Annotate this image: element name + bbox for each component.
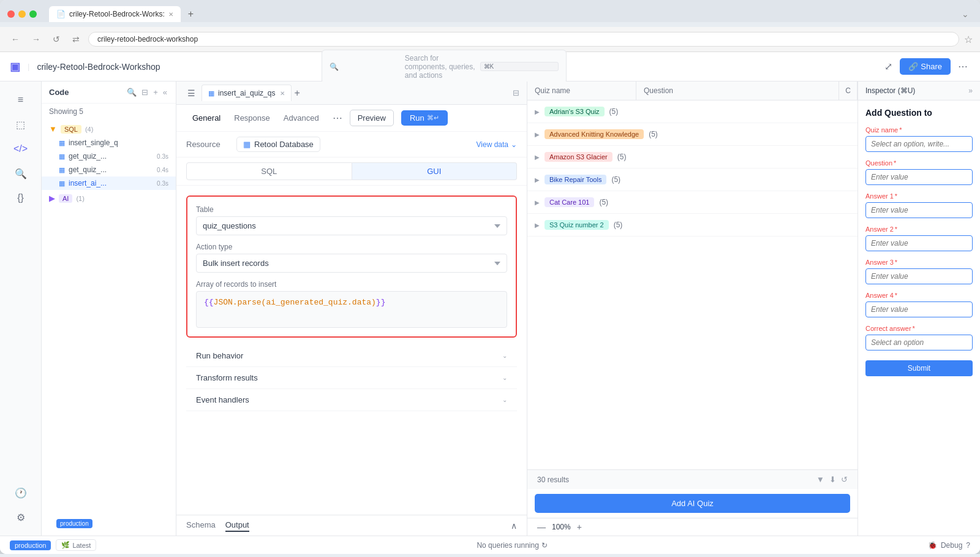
tab-close-btn[interactable]: ✕: [168, 11, 173, 18]
tab-general[interactable]: General: [186, 111, 227, 125]
sql-badge: SQL: [61, 125, 81, 134]
add-ai-quiz-btn[interactable]: Add AI Quiz: [535, 494, 850, 513]
row-tag-0: Adrian's S3 Quiz: [545, 107, 605, 116]
schema-tab[interactable]: Schema: [186, 519, 216, 532]
tab-advanced[interactable]: Advanced: [277, 111, 325, 125]
sidebar-item-data[interactable]: {}: [10, 187, 32, 209]
table-label: Table: [196, 205, 507, 214]
bookmark-btn[interactable]: ☆: [964, 34, 973, 45]
tab-add-btn[interactable]: +: [294, 88, 300, 99]
tree-group-sql-header[interactable]: ▼ SQL (4): [42, 122, 176, 136]
tab-collapse-btn[interactable]: ⊟: [513, 88, 519, 97]
help-icon[interactable]: ?: [966, 541, 970, 550]
tree-item-get-quiz-1[interactable]: ▦ get_quiz_... 0.3s: [42, 150, 176, 163]
grid-row-4[interactable]: ▶ Cat Care 101 (5): [527, 191, 858, 214]
grid-row-3[interactable]: ▶ Bike Repair Tools (5): [527, 169, 858, 191]
status-latest-badge[interactable]: 🌿 Latest: [56, 539, 96, 551]
status-center: No queries running ↻: [101, 541, 923, 550]
inspector-input-quiz-name[interactable]: [865, 136, 973, 152]
inspector-input-answer4[interactable]: [865, 301, 973, 317]
app-logo: ▣: [10, 60, 20, 74]
inspector-input-answer2[interactable]: [865, 235, 973, 251]
nav-refresh-btn[interactable]: ↺: [49, 33, 64, 45]
header-search[interactable]: 🔍 Search for components, queries, and ac…: [322, 50, 567, 84]
sidebar-item-history[interactable]: 🕐: [10, 482, 32, 504]
inspector-field-answer4: Answer 4 *: [865, 292, 973, 317]
status-prod-badge[interactable]: production: [10, 540, 51, 550]
preview-btn[interactable]: Preview: [350, 110, 394, 126]
zoom-bar: — 100% +: [527, 518, 858, 536]
collapse-arrow-0: ⌄: [502, 352, 507, 359]
tree-item-insert-single-q[interactable]: ▦ insert_single_q: [42, 136, 176, 150]
inspector-submit-btn[interactable]: Submit: [865, 360, 973, 376]
header-more-btn[interactable]: ⋯: [956, 58, 970, 75]
table-select[interactable]: quiz_questions: [196, 216, 507, 235]
array-code[interactable]: {{JSON.parse(ai_generated_quiz.data)}}: [196, 291, 507, 328]
nav-forward-btn[interactable]: →: [28, 33, 44, 45]
grid-row-5[interactable]: ▶ S3 Quiz number 2 (5): [527, 214, 858, 237]
file-collapse-btn[interactable]: «: [162, 86, 168, 98]
file-panel: Code 🔍 ⊟ + « Showing 5 ▼: [42, 81, 176, 536]
inspector-field-answer2: Answer 2 *: [865, 225, 973, 251]
inspector-label-answer4: Answer 4 *: [865, 292, 973, 299]
expand-btn[interactable]: ⤢: [882, 58, 895, 75]
grid-row-0[interactable]: ▶ Adrian's S3 Quiz (5): [527, 100, 858, 123]
grid-download-btn[interactable]: ⬇: [829, 475, 836, 484]
bottom-collapse-btn[interactable]: ∧: [511, 521, 517, 531]
toolbar-more-btn[interactable]: ⋯: [333, 112, 342, 124]
browser-tab[interactable]: 📄 criley-Retool-Bedrock-Works: ✕: [49, 6, 181, 22]
nav-other-btn[interactable]: ⇄: [69, 33, 83, 45]
tree-item-get-quiz-2[interactable]: ▦ get_quiz_... 0.4s: [42, 163, 176, 176]
inspector-input-answer3[interactable]: [865, 268, 973, 284]
file-search-btn[interactable]: 🔍: [126, 86, 138, 98]
action-type-select[interactable]: Bulk insert records: [196, 254, 507, 273]
sidebar-item-pages[interactable]: ⬚: [10, 113, 32, 135]
code-content: JSON.parse(ai_generated_quiz.data): [214, 298, 376, 307]
run-behavior-header[interactable]: Run behavior ⌄: [186, 345, 517, 366]
tree-item-insert-ai[interactable]: ▦ insert_ai_... 0.3s: [42, 176, 176, 190]
tab-response[interactable]: Response: [228, 111, 276, 125]
gui-mode-btn[interactable]: GUI: [352, 162, 518, 180]
sidebar-item-code[interactable]: </>: [10, 138, 32, 160]
inspector-field-answer3: Answer 3 *: [865, 259, 973, 284]
inspector-input-question[interactable]: [865, 169, 973, 185]
query-toolbar: General Response Advanced ⋯ Preview Run …: [176, 105, 527, 132]
share-btn[interactable]: 🔗 Share: [900, 58, 951, 75]
browser-dropdown-btn[interactable]: ⌄: [958, 8, 973, 20]
inspector-collapse-btn[interactable]: »: [968, 86, 973, 95]
debug-label[interactable]: Debug: [941, 541, 962, 550]
spinner-icon: ↻: [541, 541, 548, 550]
tab-close-icon[interactable]: ✕: [280, 90, 285, 97]
inspector-input-correct-answer[interactable]: [865, 335, 973, 350]
event-handlers-header[interactable]: Event handlers ⌄: [186, 389, 517, 411]
col-header-quiz-name: Quiz name: [527, 81, 636, 100]
inspector-label-answer2: Answer 2 *: [865, 225, 973, 233]
nav-back-btn[interactable]: ←: [7, 33, 23, 45]
grid-row-1[interactable]: ▶ Advanced Knitting Knowledge (5): [527, 123, 858, 146]
new-tab-btn[interactable]: +: [183, 7, 198, 21]
sql-mode-btn[interactable]: SQL: [186, 162, 352, 180]
grid-row-2[interactable]: ▶ Amazon S3 Glacier (5): [527, 146, 858, 169]
file-add-btn[interactable]: +: [152, 86, 159, 98]
resource-selector[interactable]: ▦ Retool Database: [236, 137, 320, 152]
tree-group-ai-header[interactable]: ▶ AI (1): [42, 191, 176, 205]
grid-refresh-btn[interactable]: ↺: [841, 475, 848, 484]
file-filter-btn[interactable]: ⊟: [140, 86, 149, 98]
run-btn[interactable]: Run ⌘↵: [401, 110, 448, 126]
grid-filter-btn[interactable]: ▼: [816, 475, 824, 484]
view-data-btn[interactable]: View data ⌄: [477, 140, 517, 149]
sidebar-item-search[interactable]: 🔍: [10, 162, 32, 184]
traffic-light-close[interactable]: [7, 10, 15, 18]
sidebar-item-menu[interactable]: ≡: [10, 89, 32, 111]
traffic-light-maximize[interactable]: [29, 10, 37, 18]
output-tab[interactable]: Output: [225, 519, 249, 532]
inspector-input-answer1[interactable]: [865, 202, 973, 218]
transform-results-header[interactable]: Transform results ⌄: [186, 367, 517, 388]
sidebar-item-settings[interactable]: ⚙: [10, 506, 32, 528]
zoom-minus-btn[interactable]: —: [535, 522, 548, 532]
zoom-plus-btn[interactable]: +: [575, 522, 584, 532]
address-bar[interactable]: criley-retool-bedrock-workshop: [88, 32, 959, 47]
query-tab-active[interactable]: ▦ insert_ai_quiz_qs ✕: [202, 85, 292, 101]
traffic-light-minimize[interactable]: [18, 10, 26, 18]
query-tab-menu-btn[interactable]: ☰: [184, 87, 199, 99]
